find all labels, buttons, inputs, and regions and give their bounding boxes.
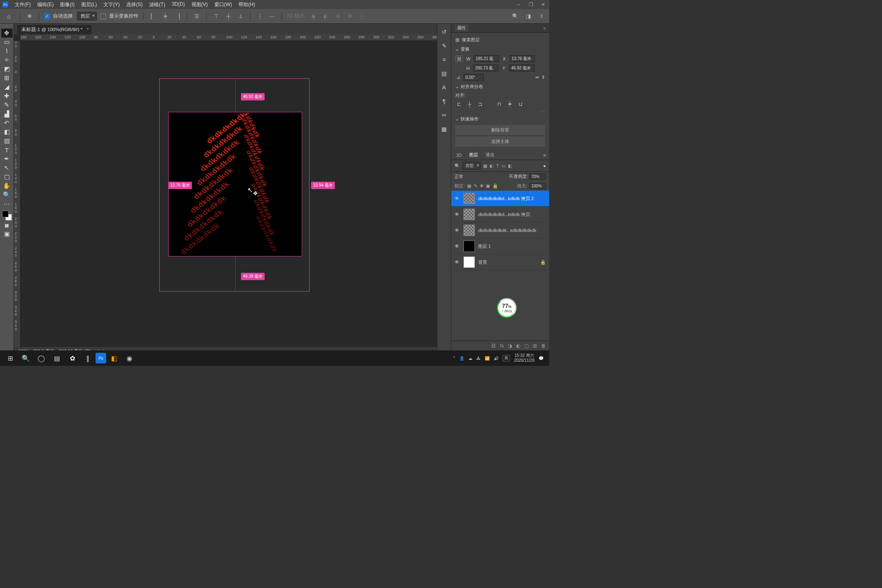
stamp-tool[interactable]: ▟ — [1, 109, 13, 118]
show-transform-checkbox[interactable] — [100, 13, 106, 19]
frame-tool[interactable]: ⊞ — [1, 74, 13, 82]
properties-tab[interactable]: 属性 — [454, 24, 468, 32]
blend-mode-select[interactable]: 正常 — [454, 174, 487, 180]
fill-field[interactable] — [530, 183, 546, 189]
paragraph-panel-icon[interactable]: ¶ — [440, 97, 448, 105]
brush-tool[interactable]: ✎ — [1, 100, 13, 109]
magic-wand-tool[interactable]: ✧ — [1, 56, 13, 65]
link-wh-icon[interactable]: ⛓ — [455, 56, 463, 62]
character-panel-icon[interactable]: A — [440, 83, 448, 91]
menu-item[interactable]: 3D(D) — [169, 1, 188, 8]
align-bottom-icon[interactable]: ⊔ — [517, 101, 524, 107]
menu-item[interactable]: 图像(I) — [57, 1, 78, 8]
align-center-h-icon[interactable]: ┿ — [161, 12, 170, 21]
menu-item[interactable]: 编辑(E) — [34, 1, 57, 8]
panel-menu-icon[interactable]: ≡ — [543, 153, 546, 158]
window-minimize-icon[interactable]: ─ — [512, 0, 525, 9]
layer-row[interactable]: 👁图层 1 — [451, 238, 549, 254]
new-layer-icon[interactable]: ⊞ — [533, 343, 537, 349]
mask-icon[interactable]: ◑ — [508, 343, 512, 349]
tab-3d[interactable]: 3D — [454, 152, 463, 158]
screen-mode-icon[interactable]: ▣ — [1, 229, 13, 238]
color-swatches[interactable] — [2, 211, 12, 220]
crop-tool[interactable]: ◩ — [1, 65, 13, 74]
lock-artboard-icon[interactable]: ▣ — [486, 183, 490, 189]
align-left-icon[interactable]: ⊏ — [455, 101, 463, 107]
auto-select-target[interactable]: 图层 — [77, 12, 97, 20]
auto-select-checkbox[interactable]: ✓ — [44, 13, 50, 19]
tray-network-icon[interactable]: 🖧 — [477, 356, 481, 361]
marquee-tool[interactable]: ▭ — [1, 38, 13, 47]
tab-layers[interactable]: 图层 — [468, 151, 480, 159]
eraser-tool[interactable]: ◧ — [1, 127, 13, 136]
gradient-tool[interactable]: ▤ — [1, 136, 13, 145]
quick-mask-icon[interactable]: ◙ — [1, 220, 13, 229]
swatches-panel-icon[interactable]: ▦ — [440, 125, 448, 133]
tray-ime[interactable]: 英 — [503, 355, 510, 361]
fg-color[interactable] — [2, 211, 9, 217]
angle-field[interactable] — [463, 74, 484, 81]
more-icon[interactable]: ⋯ — [267, 12, 276, 21]
section-align[interactable]: ⌄对齐并分布 — [455, 82, 545, 91]
flip-h-icon[interactable]: ⇔ — [535, 75, 539, 80]
edit-toolbar-icon[interactable]: ⋯ — [1, 199, 13, 208]
menu-item[interactable]: 图层(L) — [78, 1, 100, 8]
move-tool-icon[interactable]: ✥ — [25, 12, 34, 21]
align-right-icon[interactable]: ▕ — [173, 12, 182, 21]
menu-item[interactable]: 选择(S) — [123, 1, 146, 8]
layer-row[interactable]: 👁背景🔒 — [451, 254, 549, 270]
share-icon[interactable]: ⇪ — [537, 12, 546, 21]
start-button[interactable]: ⊞ — [2, 352, 18, 365]
pen-tool[interactable]: ✒ — [1, 154, 13, 163]
filter-kind-select[interactable]: 类型 — [463, 162, 481, 170]
tab-channels[interactable]: 通道 — [484, 151, 496, 159]
tray-wifi-icon[interactable]: 📶 — [485, 356, 490, 361]
toolbox-collapse-icon[interactable]: ›› — [0, 24, 13, 29]
menu-item[interactable]: 视图(V) — [188, 1, 211, 8]
visibility-icon[interactable]: 👁 — [454, 259, 460, 265]
y-field[interactable] — [509, 65, 535, 71]
distribute-v-icon[interactable]: ⋮ — [255, 12, 264, 21]
lock-pixels-icon[interactable]: ▦ — [467, 183, 471, 189]
menu-item[interactable]: 帮助(H) — [235, 1, 258, 8]
height-field[interactable] — [473, 65, 499, 71]
x-field[interactable] — [510, 55, 535, 62]
taskbar-search-icon[interactable]: 🔍 — [18, 352, 33, 365]
width-field[interactable] — [474, 55, 499, 62]
lock-position-icon[interactable]: ✥ — [480, 183, 483, 189]
align-top-icon[interactable]: ⊤ — [212, 12, 220, 21]
actions-panel-icon[interactable]: ✂ — [440, 111, 448, 119]
eyedropper-tool[interactable]: ◢ — [1, 82, 13, 91]
filter-search-icon[interactable]: 🔍 — [454, 163, 460, 169]
filter-smart-icon[interactable]: ◧ — [508, 163, 512, 169]
tray-clock[interactable]: 15:32 周六 2020/11/28 — [514, 353, 535, 363]
align-vcenter-icon[interactable]: ┿ — [506, 101, 513, 107]
filter-toggle-icon[interactable]: ● — [543, 163, 546, 168]
distribute-h-icon[interactable]: ☰ — [192, 12, 201, 21]
menu-item[interactable]: 窗口(W) — [211, 1, 235, 8]
close-tab-icon[interactable]: × — [87, 27, 89, 31]
filter-pixel-icon[interactable]: ▦ — [483, 163, 487, 169]
lock-paint-icon[interactable]: ✎ — [474, 183, 477, 189]
tray-up-icon[interactable]: ˄ — [453, 356, 455, 361]
panel-menu-icon[interactable]: ≡ — [543, 26, 546, 31]
align-right-icon[interactable]: ⊐ — [477, 101, 484, 107]
align-top-icon[interactable]: ⊓ — [495, 101, 503, 107]
filter-shape-icon[interactable]: ▭ — [501, 163, 506, 169]
lock-all-icon[interactable]: 🔒 — [492, 183, 498, 189]
fx-icon[interactable]: fx — [500, 343, 504, 349]
tray-notifications-icon[interactable]: 💬 — [539, 356, 543, 361]
path-select-tool[interactable]: ↖ — [1, 163, 13, 172]
align-hcenter-icon[interactable]: ┼ — [466, 101, 473, 107]
layer-row[interactable]: 👁dkdkdkdkdkd...kdkdk 拷贝 — [451, 207, 549, 223]
visibility-icon[interactable]: 👁 — [454, 212, 460, 217]
section-transform[interactable]: ⌄变换 — [455, 45, 545, 54]
type-tool[interactable]: T — [1, 145, 13, 154]
history-panel-icon[interactable]: ↺ — [440, 28, 448, 36]
adjust-panel-icon[interactable]: ≡ — [440, 56, 448, 64]
filter-adjust-icon[interactable]: ◐ — [490, 163, 494, 169]
search-icon[interactable]: 🔍 — [511, 12, 520, 21]
group-icon[interactable]: ▢ — [524, 343, 529, 349]
taskbar-app-3[interactable]: ◧ — [106, 352, 122, 365]
tray-onedrive-icon[interactable]: ☁ — [468, 356, 472, 361]
